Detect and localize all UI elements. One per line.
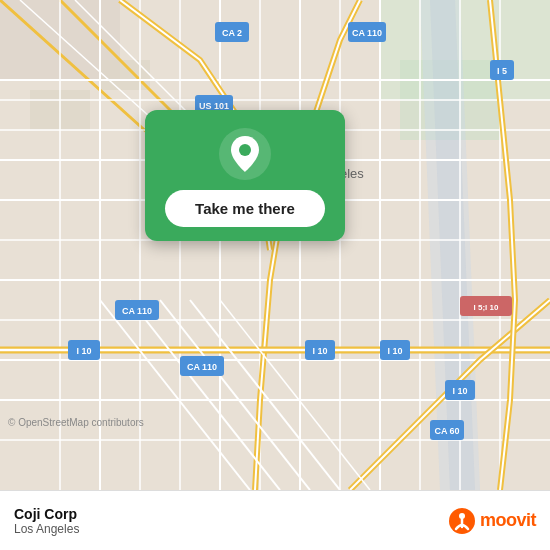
bottom-bar: Coji Corp Los Angeles moovit — [0, 490, 550, 550]
svg-text:I 10: I 10 — [76, 346, 91, 356]
location-info: Coji Corp Los Angeles — [14, 506, 79, 536]
svg-text:I 5;I 10: I 5;I 10 — [474, 303, 499, 312]
svg-text:CA 2: CA 2 — [222, 28, 242, 38]
svg-text:I 10: I 10 — [387, 346, 402, 356]
svg-text:I 5: I 5 — [497, 66, 507, 76]
moovit-label: moovit — [480, 510, 536, 531]
popup-card: Take me there — [145, 110, 345, 241]
location-city: Los Angeles — [14, 522, 79, 536]
location-pin-icon — [219, 128, 271, 180]
take-me-there-button[interactable]: Take me there — [165, 190, 325, 227]
copyright-text: © OpenStreetMap contributors — [8, 417, 144, 428]
svg-point-68 — [239, 144, 251, 156]
moovit-brand-icon — [448, 507, 476, 535]
svg-text:I 10: I 10 — [452, 386, 467, 396]
moovit-logo: moovit — [448, 507, 536, 535]
svg-text:CA 110: CA 110 — [122, 306, 152, 316]
location-name: Coji Corp — [14, 506, 79, 522]
map-container: CA 2 US 101 CA 110 CA 110 CA 110 I 10 I … — [0, 0, 550, 490]
svg-text:CA 110: CA 110 — [187, 362, 217, 372]
svg-text:I 10: I 10 — [312, 346, 327, 356]
svg-text:CA 110: CA 110 — [352, 28, 382, 38]
svg-text:CA 60: CA 60 — [434, 426, 459, 436]
